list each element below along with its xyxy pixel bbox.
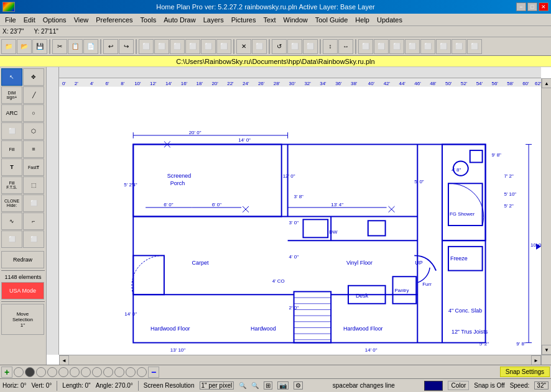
fasttext-tool[interactable]: FastT <box>23 158 44 176</box>
toolbar-button-22[interactable]: ⬜ <box>287 39 302 54</box>
snap-circle-12[interactable] <box>137 367 147 377</box>
toolbar-button-35[interactable]: ⬜ <box>467 39 482 54</box>
toolbar-button-1[interactable]: 📂 <box>17 39 32 54</box>
drawing-area[interactable]: .wall { stroke: #0000cd; stroke-width: 2… <box>59 78 541 355</box>
symbol-tool[interactable]: ⬚ <box>23 176 44 194</box>
snap-circle-10[interactable] <box>114 367 124 377</box>
menu-item-file[interactable]: File <box>1 15 20 25</box>
menu-item-updates[interactable]: Updates <box>373 15 406 25</box>
toolbar-button-33[interactable]: ⬜ <box>436 39 451 54</box>
snap-circle-6[interactable] <box>70 367 80 377</box>
clone-tool[interactable]: CLONEHide: <box>1 194 22 212</box>
scroll-track-v[interactable] <box>542 88 551 345</box>
move-tool[interactable]: ✥ <box>23 68 44 86</box>
redraw-button[interactable]: Redraw <box>1 251 44 268</box>
snap-circle-1[interactable] <box>14 367 24 377</box>
snap-circle-5[interactable] <box>58 367 68 377</box>
minimize-button[interactable]: − <box>516 2 526 11</box>
add-snap-button[interactable]: + <box>1 367 12 378</box>
misc1-tool[interactable]: ⬜ <box>1 230 22 248</box>
toolbar-button-29[interactable]: ⬜ <box>374 39 389 54</box>
toolbar-button-28[interactable]: ⬜ <box>358 39 373 54</box>
wave-tool[interactable]: ∿ <box>1 212 22 230</box>
menu-item-window[interactable]: Window <box>280 15 312 25</box>
menu-item-help[interactable]: Help <box>351 15 373 25</box>
toolbar-button-19[interactable]: ⬜ <box>252 39 267 54</box>
toolbar-button-2[interactable]: 💾 <box>32 39 47 54</box>
snap-circle-7[interactable] <box>81 367 91 377</box>
scroll-track-h[interactable] <box>69 355 531 365</box>
toolbar-button-25[interactable]: ↕ <box>323 39 338 54</box>
arc-tool[interactable]: ARC <box>1 104 22 122</box>
toolbar-button-5[interactable]: 📋 <box>68 39 83 54</box>
angle-tool[interactable]: ⌐ <box>23 212 44 230</box>
snap-circle-2[interactable] <box>25 367 35 377</box>
zoom-out-btn[interactable]: 🔍 <box>251 382 259 389</box>
toolbar-button-8[interactable]: ↩ <box>103 39 118 54</box>
snap-circle-3[interactable] <box>36 367 46 377</box>
toolbar-button-18[interactable]: ✕ <box>236 39 251 54</box>
toolbar-button-13[interactable]: ⬜ <box>170 39 185 54</box>
zoom-in-btn[interactable]: 🔍 <box>239 382 246 389</box>
toolbar-button-23[interactable]: ⬜ <box>303 39 318 54</box>
text-tool[interactable]: T <box>1 158 22 176</box>
snap-circle-9[interactable] <box>103 367 113 377</box>
select-tool[interactable]: ↖ <box>1 68 22 86</box>
cam-btn[interactable]: 📷 <box>277 381 289 390</box>
color-button[interactable]: Color <box>448 381 469 390</box>
menu-item-options[interactable]: Options <box>39 15 70 25</box>
toolbar-button-9[interactable]: ↪ <box>119 39 134 54</box>
toolbar-button-6[interactable]: 📄 <box>83 39 98 54</box>
line-tool[interactable]: ╱ <box>23 86 44 104</box>
scroll-right-button[interactable]: ► <box>531 355 541 365</box>
scroll-up-button[interactable]: ▲ <box>542 78 551 88</box>
polygon-tool[interactable]: ⬡ <box>23 122 44 140</box>
usa-mode-button[interactable]: USA Mode <box>1 282 44 299</box>
toolbar-button-11[interactable]: ⬜ <box>139 39 154 54</box>
dim-tool[interactable]: DIMsign+ <box>1 86 22 104</box>
move-selection-button[interactable]: Move Selection 1" <box>1 304 44 335</box>
toolbar-button-32[interactable]: ⬜ <box>420 39 435 54</box>
toolbar-button-31[interactable]: ⬜ <box>405 39 420 54</box>
snap-circle-4[interactable] <box>47 367 57 377</box>
toolbar-button-26[interactable]: ↔ <box>338 39 353 54</box>
toolbar-button-34[interactable]: ⬜ <box>451 39 466 54</box>
hide-tool[interactable]: ⬜ <box>23 194 44 212</box>
circle-tool[interactable]: ○ <box>23 104 44 122</box>
toolbar-button-14[interactable]: ⬜ <box>185 39 200 54</box>
toolbar-button-0[interactable]: 📁 <box>1 39 16 54</box>
rect-tool[interactable]: ⬜ <box>1 122 22 140</box>
toolbar-button-16[interactable]: ⬜ <box>216 39 231 54</box>
snap-settings-button[interactable]: Snap Settings <box>500 367 550 377</box>
toolbar-button-21[interactable]: ↺ <box>272 39 287 54</box>
scroll-down-button[interactable]: ▼ <box>542 345 551 355</box>
menu-item-preferences[interactable]: Preferences <box>92 15 136 25</box>
scroll-left-button[interactable]: ◄ <box>59 355 69 365</box>
menu-item-view[interactable]: View <box>70 15 93 25</box>
canvas-wrapper[interactable]: /* ruler ticks drawn below */ .wall { st… <box>47 67 551 365</box>
menu-item-layers[interactable]: Layers <box>200 15 228 25</box>
menu-item-auto-draw[interactable]: Auto Draw <box>160 15 199 25</box>
close-button[interactable]: ✕ <box>539 2 549 11</box>
settings-btn[interactable]: ⚙ <box>294 381 303 390</box>
menu-item-pictures[interactable]: Pictures <box>228 15 260 25</box>
toolbar-button-12[interactable]: ⬜ <box>154 39 169 54</box>
remove-snap-button[interactable]: − <box>148 367 159 378</box>
snap-circle-8[interactable] <box>92 367 102 377</box>
toolbar-button-30[interactable]: ⬜ <box>389 39 404 54</box>
menu-item-text[interactable]: Text <box>259 15 279 25</box>
fill-tool[interactable]: Fill <box>1 140 22 158</box>
fit-btn[interactable]: ⊞ <box>264 381 272 390</box>
toolbar-button-15[interactable]: ⬜ <box>201 39 216 54</box>
misc2-tool[interactable]: ⬜ <box>23 230 44 248</box>
toolbar-button-4[interactable]: ✂ <box>52 39 67 54</box>
menu-item-tools[interactable]: Tools <box>137 15 160 25</box>
filltext-tool[interactable]: FillF.T.S. <box>1 176 22 194</box>
scroll-bottom[interactable]: ◄ ► <box>59 355 541 365</box>
maximize-button[interactable]: □ <box>527 2 537 11</box>
hatch-tool[interactable]: ≡ <box>23 140 44 158</box>
scroll-right[interactable]: ▲ ▼ <box>541 78 551 355</box>
snap-circle-11[interactable] <box>126 367 136 377</box>
menu-item-edit[interactable]: Edit <box>20 15 39 25</box>
menu-item-tool-guide[interactable]: Tool Guide <box>312 15 352 25</box>
